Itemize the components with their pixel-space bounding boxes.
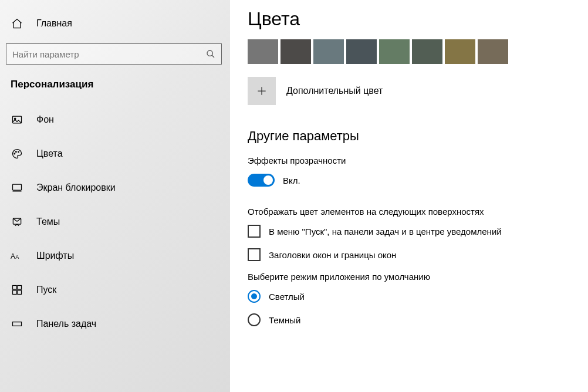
svg-rect-12	[13, 290, 17, 295]
taskbar-icon	[11, 317, 23, 330]
color-swatch-row	[248, 39, 570, 64]
sidebar-item-label: Пуск	[36, 285, 56, 295]
transparency-label: Эффекты прозрачности	[248, 156, 570, 165]
plus-icon	[248, 77, 276, 105]
svg-rect-14	[13, 322, 22, 326]
sidebar-item-background[interactable]: Фон	[0, 106, 230, 134]
surface-option-titlebars[interactable]: Заголовки окон и границы окон	[248, 248, 570, 261]
sidebar-item-fonts[interactable]: A A Шрифты	[0, 242, 230, 270]
svg-point-0	[207, 50, 212, 56]
add-color-button[interactable]: Дополнительный цвет	[248, 77, 570, 105]
checkbox[interactable]	[248, 248, 261, 261]
search-input-container[interactable]	[6, 43, 222, 65]
radio-label: Светлый	[269, 292, 305, 302]
radio-label: Темный	[269, 315, 300, 325]
color-swatch[interactable]	[379, 39, 410, 64]
sidebar-home-label: Главная	[36, 18, 72, 29]
checkbox[interactable]	[248, 225, 261, 238]
sidebar-item-label: Цвета	[36, 148, 63, 159]
color-swatch[interactable]	[248, 39, 278, 64]
color-swatch[interactable]	[313, 39, 344, 64]
checkbox-label: Заголовки окон и границы окон	[269, 250, 396, 260]
sidebar-item-label: Экран блокировки	[36, 183, 116, 193]
color-swatch[interactable]	[412, 39, 442, 64]
sidebar-item-label: Темы	[36, 217, 60, 227]
color-swatch[interactable]	[445, 39, 475, 64]
main-content: Цвета Дополнительный цвет Другие парамет…	[230, 0, 588, 392]
surface-option-start[interactable]: В меню "Пуск", на панели задач и в центр…	[248, 225, 570, 238]
sidebar-item-themes[interactable]: Темы	[0, 208, 230, 236]
radio-button[interactable]	[248, 313, 261, 326]
search-input[interactable]	[12, 49, 206, 59]
color-swatch[interactable]	[478, 39, 508, 64]
palette-icon	[11, 147, 23, 160]
home-icon	[11, 17, 23, 30]
app-mode-option[interactable]: Темный	[248, 313, 570, 326]
sidebar-item-lockscreen[interactable]: Экран блокировки	[0, 174, 230, 202]
svg-point-4	[16, 151, 17, 153]
lockscreen-icon	[11, 181, 23, 194]
svg-rect-10	[13, 286, 17, 290]
picture-icon	[11, 113, 23, 126]
surfaces-label: Отображать цвет элементов на следующих п…	[248, 207, 570, 217]
fonts-icon: A A	[11, 249, 23, 262]
svg-text:A: A	[11, 252, 15, 261]
themes-icon	[11, 215, 23, 228]
app-mode-option[interactable]: Светлый	[248, 290, 570, 303]
svg-rect-13	[18, 290, 22, 295]
svg-point-5	[18, 151, 19, 153]
color-swatch[interactable]	[346, 39, 377, 64]
sidebar-item-label: Панель задач	[36, 319, 96, 329]
search-icon	[206, 49, 215, 59]
sidebar-item-colors[interactable]: Цвета	[0, 140, 230, 168]
svg-point-3	[14, 153, 15, 154]
sidebar-home[interactable]: Главная	[0, 11, 230, 36]
app-mode-label: Выберите режим приложения по умолчанию	[248, 272, 570, 282]
toggle-state-text: Вкл.	[283, 175, 300, 185]
checkbox-label: В меню "Пуск", на панели задач и в центр…	[269, 227, 502, 236]
svg-rect-11	[18, 286, 22, 290]
sidebar-item-label: Фон	[36, 114, 54, 125]
add-color-label: Дополнительный цвет	[286, 86, 383, 96]
sidebar-item-start[interactable]: Пуск	[0, 276, 230, 304]
sidebar-item-taskbar[interactable]: Панель задач	[0, 310, 230, 338]
transparency-toggle[interactable]	[248, 174, 275, 187]
sidebar: Главная Персонализация Фон	[0, 0, 230, 392]
svg-rect-6	[13, 184, 22, 190]
svg-text:A: A	[15, 254, 19, 260]
radio-button[interactable]	[248, 290, 261, 303]
sidebar-section-title: Персонализация	[0, 79, 230, 90]
sidebar-item-label: Шрифты	[36, 251, 74, 261]
other-settings-heading: Другие параметры	[248, 129, 570, 144]
start-icon	[11, 283, 23, 296]
color-swatch[interactable]	[281, 39, 311, 64]
page-title: Цвета	[248, 8, 570, 30]
